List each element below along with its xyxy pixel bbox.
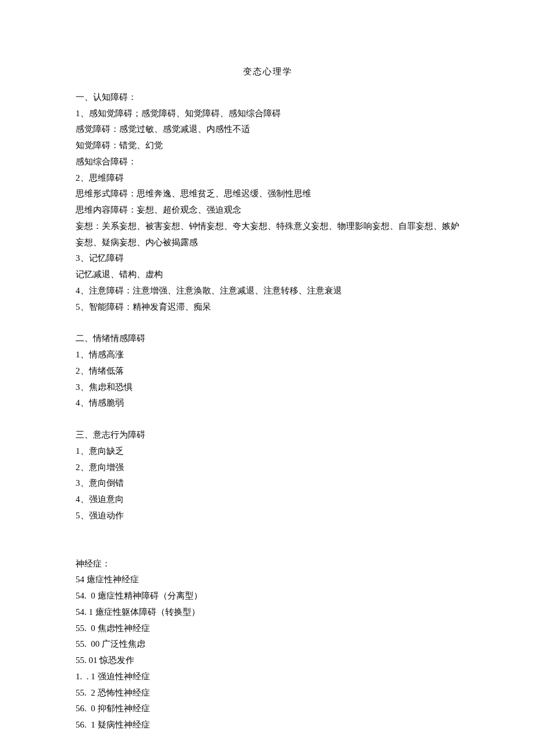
section-4-line: 55. 2 恐怖性神经症: [76, 685, 459, 701]
section-3-line: 2、意向增强: [76, 460, 459, 476]
section-4-heading: 神经症：: [76, 556, 459, 572]
section-1-line: 思维内容障碍：妄想、超价观念、强迫观念: [76, 202, 459, 218]
section-3-heading: 三、意志行为障碍: [76, 427, 459, 443]
section-1-line: 5、智能障碍：精神发育迟滞、痴呆: [76, 299, 459, 316]
section-4-line: 55. 0 焦虑性神经症: [76, 621, 459, 637]
section-gap: [76, 524, 459, 556]
section-1-line: 感知综合障碍：: [76, 154, 459, 170]
section-1-line: 思维形式障碍：思维奔逸、思维贫乏、思维迟缓、强制性思维: [76, 186, 459, 202]
section-1-line: 感觉障碍：感觉过敏、感觉减退、内感性不适: [76, 121, 459, 138]
section-1-line: 妄想：关系妄想、被害妄想、钟情妄想、夸大妄想、特殊意义妄想、物理影响妄想、自罪妄…: [76, 218, 459, 251]
section-gap: [76, 315, 459, 331]
section-2-line: 3、焦虑和恐惧: [76, 379, 459, 396]
section-2-heading: 二、情绪情感障碍: [76, 331, 459, 347]
document-title: 变态心理学: [76, 64, 459, 80]
section-4-line: 54. 0 癔症性精神障碍（分离型）: [76, 588, 459, 604]
section-3-line: 4、强迫意向: [76, 492, 459, 508]
section-3-line: 5、强迫动作: [76, 508, 459, 524]
section-1-line: 知觉障碍：错觉、幻觉: [76, 138, 459, 154]
section-1-heading: 一、认知障碍：: [76, 89, 459, 106]
section-4-line: 56. 0 抑郁性神经症: [76, 701, 459, 717]
section-3-line: 3、意向倒错: [76, 475, 459, 492]
section-1-line: 2、思维障碍: [76, 170, 459, 187]
section-4-line: 54 癔症性神经症: [76, 572, 459, 588]
section-1-line: 4、注意障碍：注意增强、注意涣散、注意减退、注意转移、注意衰退: [76, 283, 459, 299]
section-1-line: 1、感知觉障碍；感觉障碍、知觉障碍、感知综合障碍: [76, 106, 459, 122]
section-4-line: 55. 00 广泛性焦虑: [76, 636, 459, 653]
section-4-line: 55. 01 惊恐发作: [76, 653, 459, 669]
section-1-line: 记忆减退、错构、虚构: [76, 267, 459, 283]
section-2-line: 4、情感脆弱: [76, 395, 459, 411]
section-2-line: 2、情绪低落: [76, 363, 459, 379]
section-4-line: 56. 1 疑病性神经症: [76, 717, 459, 733]
section-2-line: 1、情感高涨: [76, 347, 459, 363]
section-3-line: 1、意向缺乏: [76, 443, 459, 460]
section-1-line: 3、记忆障碍: [76, 250, 459, 267]
section-4-line: 54. 1 癔症性躯体障碍（转换型）: [76, 604, 459, 621]
section-4-line: 1. . 1 强迫性神经症: [76, 669, 459, 685]
section-gap: [76, 411, 459, 427]
